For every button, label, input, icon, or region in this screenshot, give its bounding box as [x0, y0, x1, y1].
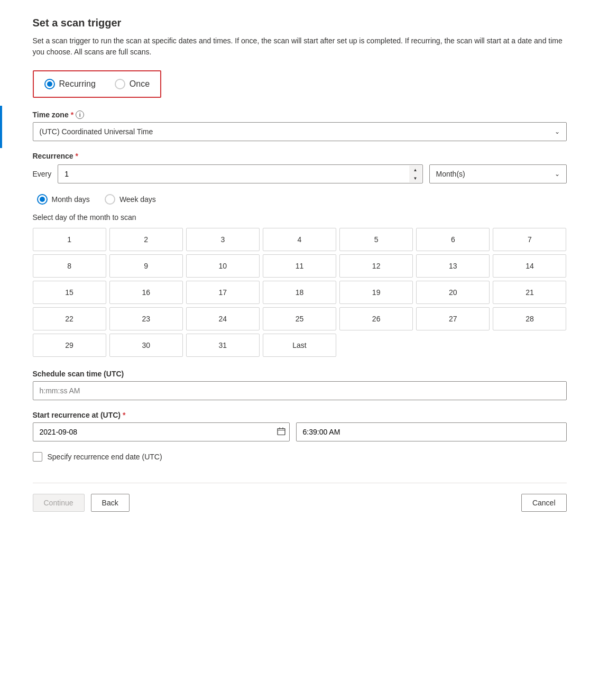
- calendar-day-7[interactable]: 7: [493, 228, 566, 251]
- calendar-day-26[interactable]: 26: [339, 307, 413, 330]
- trigger-type-group: Recurring Once: [33, 70, 162, 98]
- page-description: Set a scan trigger to run the scan at sp…: [33, 35, 567, 58]
- radio-month-days[interactable]: Month days: [37, 194, 90, 205]
- calendar-day-24[interactable]: 24: [186, 307, 260, 330]
- radio-recurring[interactable]: Recurring: [44, 79, 96, 89]
- recurrence-label: Recurrence *: [33, 152, 567, 160]
- timezone-info-icon[interactable]: i: [76, 110, 84, 119]
- date-input-wrap: [33, 422, 290, 441]
- calendar-day-15[interactable]: 15: [33, 281, 106, 304]
- calendar-day-17[interactable]: 17: [186, 281, 260, 304]
- start-recurrence-label: Start recurrence at (UTC) *: [33, 411, 567, 419]
- radio-recurring-circle[interactable]: [44, 79, 55, 89]
- timezone-required-star: *: [71, 110, 73, 119]
- recurrence-required-star: *: [75, 152, 78, 160]
- calendar-day-1[interactable]: 1: [33, 228, 106, 251]
- calendar-day-2[interactable]: 2: [109, 228, 183, 251]
- specify-end-row: Specify recurrence end date (UTC): [33, 452, 567, 462]
- footer-left-buttons: Continue Back: [33, 494, 130, 512]
- radio-recurring-label: Recurring: [59, 79, 96, 89]
- calendar-day-31[interactable]: 31: [186, 334, 260, 357]
- start-recurrence-required-star: *: [123, 411, 125, 419]
- radio-month-days-circle[interactable]: [37, 194, 48, 205]
- start-recurrence-row: [33, 422, 567, 441]
- calendar-day-29[interactable]: 29: [33, 334, 106, 357]
- radio-week-days[interactable]: Week days: [105, 194, 156, 205]
- specify-end-checkbox[interactable]: [33, 452, 42, 462]
- radio-month-days-label: Month days: [52, 195, 90, 204]
- timezone-label: Time zone * i: [33, 110, 567, 119]
- spin-buttons: ▲ ▼: [409, 165, 422, 182]
- spin-up-button[interactable]: ▲: [409, 165, 422, 174]
- calendar-day-30[interactable]: 30: [109, 334, 183, 357]
- every-number-input[interactable]: [58, 164, 422, 183]
- calendar-day-11[interactable]: 11: [263, 254, 336, 278]
- footer: Continue Back Cancel: [33, 483, 567, 522]
- cancel-button[interactable]: Cancel: [521, 494, 567, 512]
- calendar-day-20[interactable]: 20: [416, 281, 490, 304]
- calendar-day-14[interactable]: 14: [493, 254, 566, 278]
- schedule-time-label: Schedule scan time (UTC): [33, 370, 567, 378]
- schedule-time-field: Schedule scan time (UTC): [33, 370, 567, 400]
- calendar-day-12[interactable]: 12: [339, 254, 413, 278]
- timezone-chevron-icon: ⌄: [555, 128, 560, 135]
- back-button[interactable]: Back: [91, 494, 130, 512]
- calendar-day-28[interactable]: 28: [493, 307, 566, 330]
- calendar-day-last[interactable]: Last: [263, 334, 336, 357]
- radio-once[interactable]: Once: [115, 79, 150, 89]
- calendar-day-5[interactable]: 5: [339, 228, 413, 251]
- calendar-day-4[interactable]: 4: [263, 228, 336, 251]
- calendar-day-10[interactable]: 10: [186, 254, 260, 278]
- every-label: Every: [33, 170, 52, 178]
- calendar-icon-button[interactable]: [277, 427, 285, 437]
- spin-down-button[interactable]: ▼: [409, 174, 422, 182]
- calendar-select-label: Select day of the month to scan: [33, 213, 567, 222]
- timezone-value: (UTC) Coordinated Universal Time: [40, 127, 153, 136]
- timezone-dropdown[interactable]: (UTC) Coordinated Universal Time ⌄: [33, 122, 567, 141]
- calendar-day-18[interactable]: 18: [263, 281, 336, 304]
- svg-rect-0: [278, 429, 285, 435]
- radio-once-label: Once: [130, 79, 150, 89]
- calendar-day-8[interactable]: 8: [33, 254, 106, 278]
- calendar-day-22[interactable]: 22: [33, 307, 106, 330]
- calendar-day-6[interactable]: 6: [416, 228, 490, 251]
- period-value: Month(s): [436, 170, 465, 178]
- specify-end-label: Specify recurrence end date (UTC): [48, 453, 162, 461]
- calendar-grid: 1234567891011121314151617181920212223242…: [33, 228, 567, 357]
- calendar-day-9[interactable]: 9: [109, 254, 183, 278]
- start-recurrence-field: Start recurrence at (UTC) *: [33, 411, 567, 441]
- recurrence-row: Every ▲ ▼ Month(s) ⌄: [33, 164, 567, 183]
- continue-button[interactable]: Continue: [33, 494, 85, 512]
- radio-week-days-circle[interactable]: [105, 194, 115, 205]
- calendar-day-21[interactable]: 21: [493, 281, 566, 304]
- calendar-day-25[interactable]: 25: [263, 307, 336, 330]
- calendar-day-27[interactable]: 27: [416, 307, 490, 330]
- period-dropdown[interactable]: Month(s) ⌄: [429, 164, 567, 183]
- radio-week-days-label: Week days: [119, 195, 156, 204]
- period-chevron-icon: ⌄: [555, 170, 560, 178]
- time-input[interactable]: [296, 422, 567, 441]
- radio-once-circle[interactable]: [115, 79, 125, 89]
- timezone-field: Time zone * i (UTC) Coordinated Universa…: [33, 110, 567, 141]
- calendar-day-19[interactable]: 19: [339, 281, 413, 304]
- calendar-day-23[interactable]: 23: [109, 307, 183, 330]
- schedule-time-input[interactable]: [33, 381, 567, 400]
- every-number-wrap: ▲ ▼: [58, 164, 422, 183]
- date-input[interactable]: [33, 422, 290, 441]
- calendar-day-13[interactable]: 13: [416, 254, 490, 278]
- page-title: Set a scan trigger: [33, 17, 567, 29]
- day-type-group: Month days Week days: [37, 194, 567, 205]
- calendar-day-3[interactable]: 3: [186, 228, 260, 251]
- left-accent-bar: [0, 106, 2, 148]
- calendar-day-16[interactable]: 16: [109, 281, 183, 304]
